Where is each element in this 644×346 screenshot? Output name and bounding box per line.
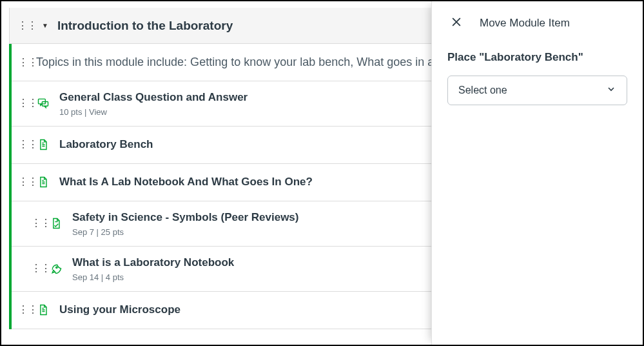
assignment-icon [49, 217, 63, 230]
svg-point-2 [56, 267, 57, 269]
drag-handle-icon[interactable]: ⋮⋮ [31, 263, 40, 274]
item-title: General Class Question and Answer [59, 90, 248, 105]
collapse-caret-icon[interactable]: ▼ [42, 22, 48, 29]
module-title: Introduction to the Laboratory [57, 19, 233, 33]
item-title: Safety in Science - Symbols (Peer Review… [72, 210, 298, 225]
item-title: What is a Laboratory Notebook [72, 256, 234, 270]
drag-handle-icon[interactable]: ⋮⋮ [31, 218, 40, 229]
discussion-icon [36, 97, 50, 110]
panel-title: Move Module Item [480, 17, 570, 30]
drag-handle-icon[interactable]: ⋮⋮ [18, 57, 27, 68]
item-meta: 10 pts | View [59, 107, 248, 117]
page-icon [36, 176, 50, 188]
drag-handle-icon[interactable]: ⋮⋮ [18, 98, 27, 108]
placement-select[interactable]: Select one [447, 76, 627, 105]
drag-handle-icon[interactable]: ⋮⋮ [18, 305, 27, 315]
item-meta: Sep 7 | 25 pts [72, 227, 298, 237]
drag-handle-icon[interactable]: ⋮⋮ [18, 139, 27, 150]
item-title: What Is A Lab Notebook And What Goes In … [59, 175, 313, 190]
quiz-icon [49, 262, 63, 275]
item-title: Laboratory Bench [59, 137, 153, 152]
drag-handle-icon[interactable]: ⋮⋮ [18, 177, 27, 187]
item-meta: Sep 14 | 4 pts [72, 272, 234, 282]
close-icon [450, 21, 463, 30]
item-title: Using your Microscope [59, 303, 181, 318]
page-icon [36, 138, 50, 151]
move-item-panel: Move Module Item Place "Laboratory Bench… [431, 1, 643, 345]
place-label: Place "Laboratory Bench" [447, 51, 627, 64]
select-placeholder: Select one [458, 85, 507, 96]
chevron-down-icon [606, 84, 616, 97]
close-button[interactable] [447, 13, 465, 33]
drag-handle-icon[interactable]: ⋮⋮ [17, 21, 37, 31]
page-icon [36, 303, 50, 316]
